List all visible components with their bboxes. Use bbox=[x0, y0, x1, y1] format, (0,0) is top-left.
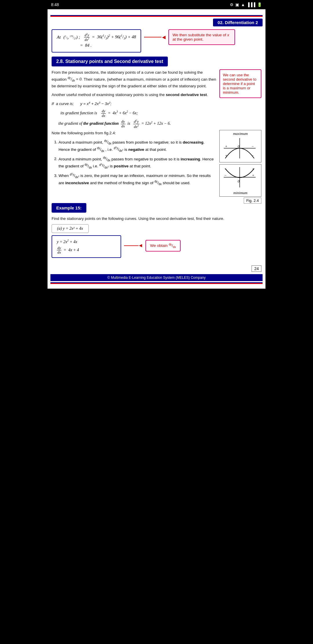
annotation-box-blue: We can use the second derivative to dete… bbox=[219, 69, 261, 98]
sol-line-2: dy dx = 4x + 4 bbox=[57, 246, 116, 255]
bottom-bar: 24 bbox=[48, 264, 265, 273]
header-title: 02. Differentiation 2 bbox=[213, 19, 263, 26]
svg-text:+: + bbox=[252, 167, 254, 171]
example-box: Example 15: bbox=[52, 203, 86, 213]
sol-line-1: y = 2x2 + 4x bbox=[57, 239, 116, 244]
formula-box-top: At (1/3, 170/27) ; d2y dx2 = 36(1/3)2 + … bbox=[52, 29, 141, 53]
svg-text:−: − bbox=[252, 144, 254, 149]
part-a-text: (a) y = 2x² + 4x bbox=[57, 226, 83, 231]
fig-label-area: Fig. 2.4 bbox=[219, 198, 261, 203]
fig-label: Fig. 2.4 bbox=[244, 198, 261, 204]
increasing-label: increasing bbox=[181, 157, 200, 161]
arrow-body bbox=[144, 37, 161, 37]
svg-text:−: − bbox=[252, 153, 254, 158]
solution-box: y = 2x2 + 4x dy dx = 4x + 4 bbox=[52, 235, 121, 258]
obtain-text: We obtain dy/dx bbox=[150, 243, 176, 248]
content-area: At (1/3, 170/27) ; d2y dx2 = 36(1/3)2 + … bbox=[48, 28, 265, 263]
svg-text:0: 0 bbox=[238, 179, 240, 183]
note-label: Note the following points from fig.2.4: bbox=[52, 130, 216, 136]
grad-of-grad-line: the gradient of the gradient function dy… bbox=[57, 119, 216, 129]
sim-icon: ▣ bbox=[235, 2, 239, 7]
signal-icon: ▐▐▐ bbox=[247, 2, 255, 7]
notes-graphs-layout: Note the following points from fig.2.4: … bbox=[52, 130, 261, 203]
intro-para-1: From the previous sections, the stationa… bbox=[52, 69, 216, 89]
top-border-area bbox=[48, 9, 265, 17]
arrow-line-top: ◄ bbox=[144, 34, 167, 40]
minimum-svg: 0 − + − + bbox=[221, 166, 259, 189]
time-display: 8:48 bbox=[51, 2, 59, 7]
svg-text:+: + bbox=[225, 153, 227, 158]
annotation-pink-top: We then substitute the value of x at the… bbox=[168, 29, 235, 45]
maximum-label: maximum bbox=[221, 131, 260, 136]
note-item-1: Around a maximum point, dy/dx passes fro… bbox=[59, 139, 216, 153]
copyright-bar: © Multimedia E-Learning Education System… bbox=[50, 274, 263, 281]
obtain-annotation-box: We obtain dy/dx bbox=[145, 240, 181, 252]
battery-icon: 🔋 bbox=[257, 2, 262, 7]
minimum-label: minimum bbox=[221, 191, 260, 195]
d2y-dx2-top: d2y dx2 = 36(1/3)2 + 96(1/3) + 48 bbox=[84, 33, 136, 42]
formula-line-1: At (1/3, 170/27) ; d2y dx2 = 36(1/3)2 + … bbox=[57, 33, 136, 42]
svg-text:+: + bbox=[252, 173, 254, 178]
curve-example-label: If a curve is; y = x4 + 2x3 − 3x2; bbox=[52, 100, 216, 107]
minimum-graph-box: 0 − + − + minimum bbox=[219, 164, 261, 197]
decreasing-label: decreasing bbox=[183, 140, 203, 144]
intro-para-2: Another useful method of examining stati… bbox=[52, 92, 216, 98]
notes-list: Around a maximum point, dy/dx passes fro… bbox=[52, 139, 216, 187]
intro-layout: From the previous sections, the stationa… bbox=[52, 69, 261, 130]
solution-container: y = 2x2 + 4x dy dx = 4x + 4 ◄ We obtain bbox=[52, 235, 261, 258]
annotation-blue-text: We can use the second derivative to dete… bbox=[223, 73, 256, 95]
annotation-text-top: We then substitute the value of x at the… bbox=[172, 33, 229, 41]
note-item-3: When d2y/dx2 is zero, the point may be a… bbox=[59, 172, 216, 187]
svg-text:0: 0 bbox=[238, 144, 240, 149]
part-a-box: (a) y = 2x² + 4x bbox=[52, 224, 89, 233]
result-eq: = 84 . bbox=[80, 43, 92, 48]
maximum-svg: 0 + − + − bbox=[221, 137, 259, 160]
dy-dx-inline: dy/dx = 0. bbox=[68, 77, 84, 81]
settings-icon: ⚙ bbox=[230, 2, 234, 7]
svg-text:−: − bbox=[224, 167, 226, 171]
status-bar: 8:48 ⚙ ▣ ▲ ▐▐▐ 🔋 bbox=[46, 0, 267, 9]
svg-text:+: + bbox=[225, 144, 227, 149]
arrow-line-obtain bbox=[124, 245, 139, 246]
section-heading: 2.8. Stationary points and Second deriva… bbox=[52, 57, 168, 66]
y-equation: y = x4 + 2x3 − 3x2; bbox=[80, 102, 112, 106]
formula-top-container: At (1/3, 170/27) ; d2y dx2 = 36(1/3)2 + … bbox=[52, 29, 261, 53]
arrow-obtain: ◄ bbox=[124, 243, 143, 249]
example-text: Find the stationary points on the follow… bbox=[52, 216, 261, 222]
status-icons: ⚙ ▣ ▲ ▐▐▐ 🔋 bbox=[230, 2, 262, 7]
gradient-line: its gradient function is dy dx = 4x3 + 6… bbox=[57, 109, 216, 118]
positive-label: positive bbox=[114, 164, 128, 168]
page-wrapper: 02. Differentiation 2 At (1/3, 170/27) ;… bbox=[48, 9, 265, 289]
obtain-arrow-area: ◄ We obtain dy/dx bbox=[124, 240, 181, 252]
graphs-side-col: maximum 0 + − + − bbox=[219, 130, 261, 203]
point-coords: (1/3, 170/27) ; bbox=[62, 35, 82, 40]
negative-label: negative bbox=[128, 147, 144, 151]
arrow-annotation-top: ◄ We then substitute the value of x at t… bbox=[144, 29, 261, 45]
at-label: At bbox=[57, 35, 61, 40]
maximum-graph-box: maximum 0 + − + − bbox=[219, 130, 261, 162]
page-number: 24 bbox=[252, 265, 261, 272]
intro-text-col: From the previous sections, the stationa… bbox=[52, 69, 216, 130]
header-row: 02. Differentiation 2 bbox=[48, 17, 265, 28]
note-item-2: Around a minimum point, dy/dx passes fro… bbox=[59, 155, 216, 170]
svg-text:−: − bbox=[224, 173, 226, 178]
arrowhead: ◄ bbox=[161, 34, 167, 40]
wifi-icon: ▲ bbox=[241, 2, 245, 7]
arrowhead-obtain: ◄ bbox=[138, 243, 143, 249]
bottom-border-line bbox=[50, 282, 263, 284]
inconclusive-label: inconclusive bbox=[65, 181, 89, 185]
notes-col: Note the following points from fig.2.4: … bbox=[52, 130, 216, 203]
formula-line-2: = 84 . bbox=[80, 43, 136, 48]
bold-second-deriv: second derivative test bbox=[166, 93, 207, 97]
side-annotation-col: We can use the second derivative to dete… bbox=[219, 69, 261, 130]
